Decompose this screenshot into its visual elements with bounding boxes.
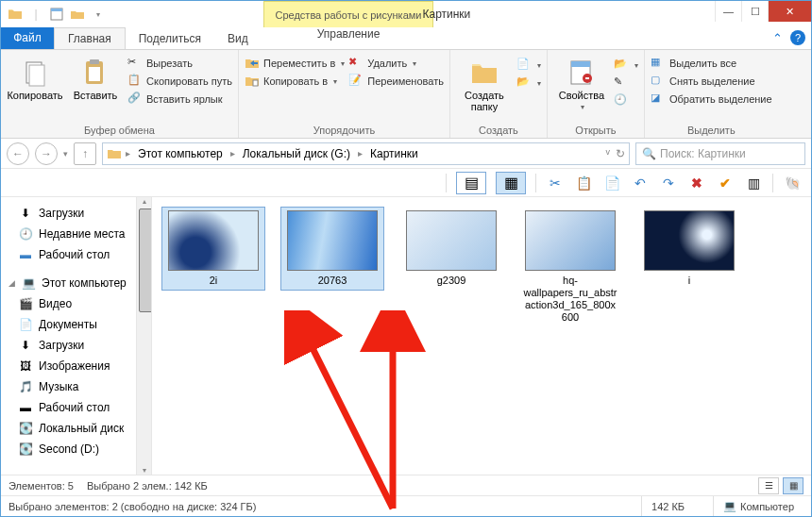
paste-tool-icon[interactable]: 📄 (602, 174, 621, 192)
select-all-button[interactable]: ▦Выделить все (651, 56, 772, 71)
breadcrumb[interactable]: Картинки (366, 147, 422, 160)
file-item[interactable]: g2309 (399, 207, 503, 291)
sidebar-item[interactable]: 🖼Изображения (5, 356, 147, 376)
file-item[interactable]: 20763 (280, 207, 384, 291)
group-new-label: Создать (456, 123, 541, 138)
scissors-icon: ✂ (127, 56, 143, 71)
chevron-right-icon[interactable]: ▸ (228, 148, 237, 158)
nav-icon: 💽 (18, 421, 33, 436)
ok-tool-icon[interactable]: ✔ (716, 174, 735, 192)
tab-share[interactable]: Поделиться (126, 27, 214, 49)
sidebar-item[interactable]: ⬇Загрузки (5, 203, 147, 224)
sidebar-item[interactable]: 📄Документы (5, 314, 147, 335)
sidebar-item[interactable]: 💽Локальный диск (5, 418, 147, 439)
paste-shortcut-button[interactable]: 🔗Вставить ярлык (127, 92, 232, 107)
thumbnail (287, 210, 378, 271)
minimize-button[interactable]: — (715, 1, 741, 22)
tab-view[interactable]: Вид (214, 27, 262, 49)
thumbnails-view-button[interactable]: ▦ (783, 477, 804, 494)
move-to-button[interactable]: Переместить в▾ (245, 56, 345, 71)
select-none-button[interactable]: ▢Снять выделение (651, 74, 772, 89)
tab-manage[interactable]: Управление (263, 27, 433, 41)
redo-tool-icon[interactable]: ↷ (659, 174, 678, 192)
contextual-tab-header: Средства работы с рисунками (263, 1, 433, 27)
chevron-down-icon: ▾ (634, 61, 638, 70)
history-button[interactable]: 🕘 (614, 93, 638, 108)
edit-button[interactable]: ✎ (614, 75, 638, 91)
new-item-button[interactable]: 📄▾ (516, 58, 541, 73)
copy-to-button[interactable]: Копировать в▾ (245, 74, 345, 89)
details-view-button[interactable]: ☰ (758, 477, 779, 494)
chevron-down-icon: ▾ (333, 77, 337, 86)
sidebar-item-label: Недавние места (39, 227, 125, 241)
scrollbar[interactable] (136, 197, 151, 475)
svg-rect-1 (51, 8, 62, 11)
ribbon-collapse-icon[interactable]: ⌃ (772, 31, 783, 45)
search-input[interactable]: 🔍 Поиск: Картинки (635, 142, 805, 165)
folder-icon (107, 146, 122, 161)
file-list[interactable]: 2i20763g2309hq-wallpapers_ru_abstraction… (152, 197, 811, 475)
copy-tool-icon[interactable]: 📋 (574, 174, 593, 192)
shell-icon[interactable]: 🐚 (783, 174, 802, 192)
file-item[interactable]: i (637, 207, 741, 291)
file-item[interactable]: 2i (161, 207, 265, 291)
delete-button[interactable]: ✖Удалить▾ (348, 56, 444, 71)
forward-button[interactable]: → (35, 142, 58, 165)
new-folder-icon[interactable] (69, 6, 86, 23)
address-bar[interactable]: ▸ Этот компьютер ▸ Локальный диск (G:) ▸… (102, 142, 630, 165)
properties-button[interactable]: Свойства ▾ (553, 54, 610, 111)
qat-dropdown-icon[interactable]: ▾ (90, 6, 107, 23)
refresh-icon[interactable]: ↻ (616, 147, 625, 160)
properties-tool-icon[interactable]: ▥ (744, 174, 763, 192)
sidebar-item[interactable]: 💽Second (D:) (5, 439, 147, 459)
scrollbar-thumb[interactable] (139, 208, 152, 312)
copy-button[interactable]: Копировать (7, 54, 63, 101)
group-organize: Переместить в▾ Копировать в▾ ✖Удалить▾ 📝… (239, 50, 450, 138)
sidebar-item[interactable]: ▬Рабочий стол (5, 244, 147, 265)
cut-tool-icon[interactable]: ✂ (546, 174, 565, 192)
view-icons-button[interactable]: ▦ (496, 172, 526, 194)
properties-icon[interactable] (48, 6, 65, 23)
sidebar-item[interactable]: 🕘Недавние места (5, 224, 147, 244)
edit-icon: ✎ (614, 75, 629, 91)
invert-selection-button[interactable]: ◪Обратить выделение (651, 92, 772, 107)
sidebar-item-this-pc[interactable]: ◢💻Этот компьютер (5, 273, 147, 293)
new-folder-button[interactable]: Создать папку (456, 54, 513, 112)
breadcrumb[interactable]: Локальный диск (G:) (239, 147, 354, 160)
explorer-window: | ▾ Средства работы с рисунками Картинки… (0, 0, 812, 517)
group-clipboard: Копировать Вставить ✂Вырезать 📋Скопирова… (1, 50, 239, 138)
close-button[interactable]: ✕ (768, 1, 811, 22)
chevron-right-icon[interactable]: ▸ (356, 148, 364, 158)
copy-path-button[interactable]: 📋Скопировать путь (127, 74, 232, 89)
up-button[interactable]: ↑ (74, 142, 96, 165)
file-item[interactable]: hq-wallpapers_ru_abstraction3d_165_800x6… (518, 207, 622, 327)
cut-button[interactable]: ✂Вырезать (127, 56, 232, 71)
delete-tool-icon[interactable]: ✖ (687, 174, 706, 192)
copy-path-icon: 📋 (127, 74, 143, 89)
item-count-label: Элементов: 5 (8, 480, 74, 492)
tab-file[interactable]: Файл (1, 27, 54, 49)
open-button[interactable]: 📂▾ (614, 58, 638, 73)
svg-rect-3 (29, 65, 44, 86)
tab-home[interactable]: Главная (54, 27, 126, 49)
back-button[interactable]: ← (7, 142, 29, 165)
maximize-button[interactable]: ☐ (741, 1, 768, 22)
recent-locations-icon[interactable]: ▾ (63, 149, 68, 158)
rename-button[interactable]: 📝Переименовать (348, 74, 444, 89)
sidebar-item-label: Этот компьютер (42, 276, 127, 290)
address-dropdown-icon[interactable]: v (606, 147, 611, 160)
breadcrumb[interactable]: Этот компьютер (134, 147, 227, 160)
paste-button[interactable]: Вставить (67, 54, 124, 101)
help-icon[interactable]: ? (790, 30, 805, 45)
undo-tool-icon[interactable]: ↶ (631, 174, 650, 192)
chevron-right-icon[interactable]: ▸ (124, 148, 132, 158)
navigation-pane: ⬇Загрузки 🕘Недавние места ▬Рабочий стол … (1, 197, 152, 475)
sidebar-item[interactable]: 🎵Музыка (5, 376, 147, 397)
sidebar-item[interactable]: ⬇Загрузки (5, 335, 147, 356)
sidebar-item[interactable]: ▬Рабочий стол (5, 397, 147, 418)
view-list-button[interactable]: ▤ (456, 172, 486, 194)
sidebar-item[interactable]: 🎬Видео (5, 293, 147, 314)
copy-to-label: Копировать в (263, 75, 328, 87)
history-icon: 🕘 (614, 93, 629, 108)
easy-access-button[interactable]: 📂▾ (516, 75, 541, 91)
